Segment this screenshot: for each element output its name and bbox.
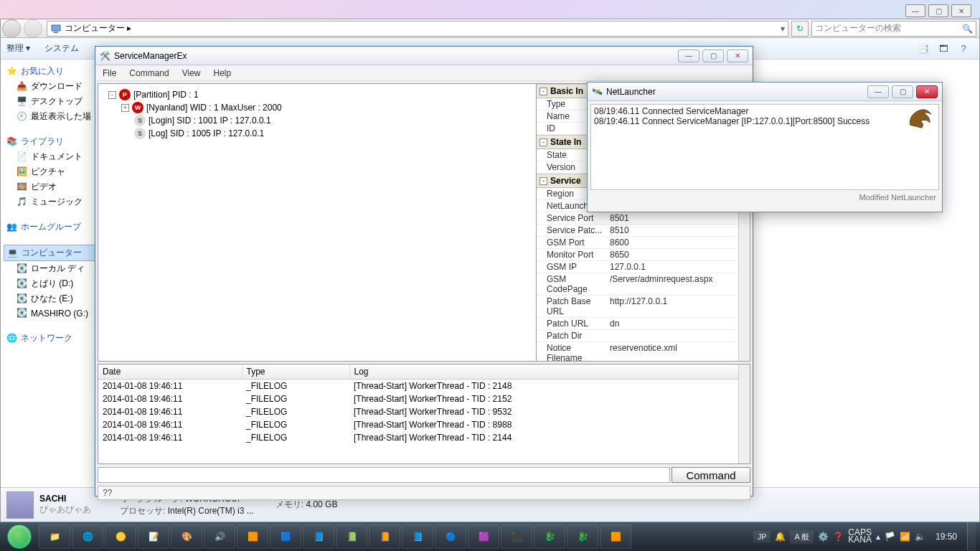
- smx-statusbar: ??: [98, 486, 750, 500]
- property-row[interactable]: Patch Base URLhttp://127.0.0.1: [537, 296, 750, 318]
- show-desktop-button[interactable]: [967, 522, 976, 551]
- taskbar-app-dn1[interactable]: 🐉: [534, 524, 565, 549]
- property-key: Patch Base URL: [537, 296, 607, 317]
- tree-node[interactable]: -P[Partition] PID : 1: [103, 88, 532, 101]
- close-button[interactable]: ✕: [727, 50, 748, 62]
- nav-back-button[interactable]: [2, 19, 21, 38]
- close-button[interactable]: ✕: [916, 85, 938, 98]
- taskbar-app-chrome[interactable]: 🟡: [105, 524, 136, 549]
- taskbar-app-audio[interactable]: 🔊: [204, 524, 235, 549]
- tray-flag-icon[interactable]: 🏳️: [885, 532, 895, 542]
- command-button[interactable]: Command: [672, 467, 750, 483]
- tray-icon[interactable]: ❓: [833, 532, 844, 542]
- property-row[interactable]: Service Port8501: [537, 212, 750, 225]
- organize-menu[interactable]: 整理 ▾: [6, 42, 30, 55]
- breadcrumb-text: コンピューター ▸: [65, 22, 131, 34]
- netl-log-area[interactable]: 08/19:46.11 Connected ServiceManager 08/…: [590, 104, 939, 190]
- chevron-down-icon[interactable]: ▾: [781, 24, 785, 34]
- view-mode-button[interactable]: 📑: [915, 40, 932, 57]
- tray-expand-icon[interactable]: ▴: [876, 532, 880, 542]
- log-row[interactable]: 2014-01-08 19:46:11_FILELOG[Thread-Start…: [98, 392, 750, 405]
- smx-log-table[interactable]: DateTypeLog2014-01-08 19:46:11_FILELOG[T…: [98, 364, 750, 444]
- taskbar-app-skype[interactable]: 🔵: [435, 524, 466, 549]
- property-row[interactable]: Service Patc...8510: [537, 225, 750, 237]
- smx-tree[interactable]: -P[Partition] PID : 1+W[Nyanland] WID : …: [98, 84, 536, 361]
- property-row[interactable]: Patch Dir: [537, 330, 750, 342]
- taskbar-app-onenote[interactable]: 📘: [303, 524, 334, 549]
- property-row[interactable]: Notice Filenamereservenotice.xml: [537, 342, 750, 361]
- minimize-button[interactable]: —: [678, 50, 699, 62]
- tree-node[interactable]: +W[Nyanland] WID : 1 MaxUser : 2000: [103, 101, 532, 114]
- minimize-button[interactable]: —: [867, 85, 889, 98]
- section-toggle-icon[interactable]: -: [540, 88, 547, 95]
- tree-node[interactable]: S[Login] SID : 1001 IP : 127.0.0.1: [103, 114, 532, 127]
- log-row[interactable]: 2014-01-08 19:46:11_FILELOG[Thread-Start…: [98, 405, 750, 418]
- menu-command[interactable]: Command: [129, 68, 169, 78]
- close-icon[interactable]: ✕: [951, 4, 971, 17]
- property-row[interactable]: Patch URLdn: [537, 318, 750, 330]
- property-row[interactable]: Monitor Port8650: [537, 249, 750, 261]
- taskbar-app-word[interactable]: 📘: [402, 524, 433, 549]
- minimize-icon[interactable]: —: [905, 4, 925, 17]
- log-row[interactable]: 2014-01-08 19:46:11_FILELOG[Thread-Start…: [98, 431, 750, 444]
- system-properties-button[interactable]: システム: [44, 42, 79, 55]
- property-row[interactable]: GSM CodePage/Server/adminrequest.aspx: [537, 273, 750, 296]
- taskbar-app-xampp[interactable]: 🟧: [600, 524, 631, 549]
- tray-icon[interactable]: 🔔: [775, 532, 786, 542]
- command-input[interactable]: [98, 467, 670, 483]
- taskbar-app-generic3[interactable]: 🟪: [468, 524, 499, 549]
- refresh-button[interactable]: ↻: [791, 21, 809, 37]
- taskbar-app-cmd[interactable]: ⬛: [501, 524, 532, 549]
- taskbar-app-generic1[interactable]: 🟧: [237, 524, 268, 549]
- menu-view[interactable]: View: [182, 68, 201, 78]
- tree-expander-icon[interactable]: -: [108, 91, 116, 99]
- log-row[interactable]: 2014-01-08 19:46:11_FILELOG[Thread-Start…: [98, 380, 750, 393]
- breadcrumb[interactable]: コンピューター ▸ ▾: [47, 21, 788, 37]
- smx-titlebar[interactable]: 🛠️ServiceManagerEx — ▢ ✕: [95, 47, 753, 65]
- log-scrollbar[interactable]: [738, 364, 750, 463]
- log-row[interactable]: 2014-01-08 19:46:11_FILELOG[Thread-Start…: [98, 418, 750, 431]
- netlauncher-window: 🛰️NetLauncher — ▢ ✕ 08/19:46.11 Connecte…: [587, 82, 943, 212]
- log-header[interactable]: Type: [242, 364, 349, 380]
- property-value: 8510: [607, 225, 750, 236]
- smx-menubar: File Command View Help: [95, 65, 753, 81]
- taskbar-app-generic2[interactable]: 🟦: [270, 524, 301, 549]
- section-toggle-icon[interactable]: -: [540, 177, 547, 185]
- taskbar-app-excel[interactable]: 📗: [336, 524, 367, 549]
- maximize-button[interactable]: ▢: [892, 85, 913, 98]
- tray-network-icon[interactable]: 📶: [900, 532, 910, 542]
- ime-lang-indicator[interactable]: JP: [753, 531, 771, 542]
- node-type-icon: P: [119, 89, 131, 100]
- recent-icon: 🕘: [17, 111, 28, 123]
- tree-expander-icon[interactable]: +: [121, 104, 129, 112]
- taskbar-app-notepad[interactable]: 📝: [138, 524, 169, 549]
- taskbar-app-explorer[interactable]: 📁: [39, 524, 70, 549]
- search-icon: 🔍: [962, 24, 973, 34]
- property-row[interactable]: GSM Port8600: [537, 237, 750, 249]
- ime-mode-indicator[interactable]: A 般: [790, 530, 814, 544]
- property-key: GSM CodePage: [537, 273, 607, 295]
- maximize-button[interactable]: ▢: [702, 50, 724, 62]
- taskbar-app-dn2[interactable]: 🐉: [567, 524, 598, 549]
- menu-help[interactable]: Help: [214, 68, 232, 78]
- taskbar-app-paint[interactable]: 🎨: [171, 524, 202, 549]
- help-button[interactable]: ?: [955, 40, 972, 57]
- maximize-icon[interactable]: ▢: [928, 4, 948, 17]
- taskbar-app-ie[interactable]: 🌐: [72, 524, 103, 549]
- tree-node[interactable]: S[Log] SID : 1005 IP : 127.0.0.1: [103, 127, 532, 140]
- ime-caps-kana[interactable]: CAPSKANA: [848, 529, 872, 544]
- netl-titlebar[interactable]: 🛰️NetLauncher — ▢ ✕: [588, 83, 942, 101]
- preview-pane-button[interactable]: 🗔: [935, 40, 952, 57]
- tray-icon[interactable]: ⚙️: [818, 532, 829, 542]
- taskbar-clock[interactable]: 19:50: [930, 532, 963, 542]
- log-header[interactable]: Date: [98, 364, 242, 380]
- log-header[interactable]: Log: [349, 364, 750, 380]
- menu-file[interactable]: File: [103, 68, 116, 78]
- taskbar-app-powerpoint[interactable]: 📙: [369, 524, 400, 549]
- start-button[interactable]: [0, 522, 39, 551]
- property-row[interactable]: GSM IP127.0.0.1: [537, 261, 750, 273]
- section-toggle-icon[interactable]: -: [540, 138, 547, 146]
- tray-volume-icon[interactable]: 🔈: [915, 532, 925, 542]
- nav-forward-button[interactable]: [24, 19, 42, 38]
- search-input[interactable]: コンピューターの検索 🔍: [811, 21, 976, 37]
